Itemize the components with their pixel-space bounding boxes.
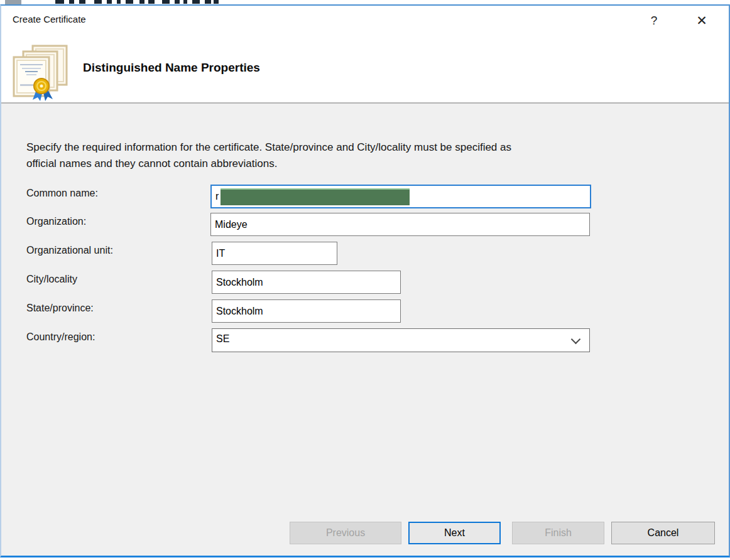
country-region-label: Country/region: — [26, 331, 95, 343]
organization-input[interactable] — [211, 213, 589, 235]
city-locality-input[interactable] — [212, 271, 400, 293]
common-name-label: Common name: — [26, 188, 98, 199]
background-window-sliver — [0, 0, 730, 4]
finish-button[interactable]: Finish — [512, 522, 604, 544]
certificates-stack-icon — [11, 45, 69, 104]
background-fragment — [205, 0, 211, 4]
next-button[interactable]: Next — [408, 522, 501, 544]
screen: Create Certificate ? ✕ — [0, 0, 730, 560]
background-fragment — [126, 0, 133, 4]
background-fragment — [175, 0, 180, 4]
background-fragment — [162, 0, 170, 4]
background-fragment — [139, 0, 144, 4]
organization-label: Organization: — [26, 216, 86, 227]
create-certificate-dialog: Create Certificate ? ✕ — [0, 4, 730, 557]
wizard-header: Distinguished Name Properties — [1, 37, 729, 104]
common-name-field[interactable] — [210, 185, 591, 208]
background-fragment — [192, 0, 200, 4]
state-province-input[interactable] — [212, 300, 400, 322]
close-button[interactable]: ✕ — [691, 11, 712, 30]
page-title: Distinguished Name Properties — [83, 61, 260, 75]
background-fragment — [148, 0, 155, 4]
help-button[interactable]: ? — [643, 11, 665, 30]
previous-button[interactable]: Previous — [290, 522, 401, 544]
city-locality-field[interactable] — [212, 271, 401, 294]
organizational-unit-input[interactable] — [212, 242, 337, 264]
organizational-unit-label: Organizational unit: — [26, 245, 113, 256]
background-fragment — [5, 0, 21, 4]
background-fragment — [117, 0, 121, 4]
title-bar: Create Certificate ? ✕ — [1, 6, 729, 37]
redaction-overlay — [221, 188, 410, 205]
background-fragment — [79, 0, 85, 4]
country-region-value: SE — [216, 333, 229, 345]
background-fragment — [107, 0, 112, 4]
background-fragment — [183, 0, 187, 4]
organization-field[interactable] — [210, 213, 590, 236]
chevron-down-icon[interactable] — [571, 335, 581, 345]
cancel-button[interactable]: Cancel — [611, 522, 715, 544]
state-province-label: State/province: — [26, 303, 94, 314]
background-fragment — [69, 0, 74, 4]
window-title: Create Certificate — [13, 14, 86, 24]
background-fragment — [214, 0, 219, 4]
intro-line-1: Specify the required information for the… — [26, 141, 511, 153]
intro-line-2: official names and they cannot contain a… — [26, 158, 277, 170]
country-region-combobox[interactable]: SE — [212, 328, 590, 352]
background-fragment — [94, 0, 102, 4]
state-province-field[interactable] — [212, 299, 401, 323]
intro-text: Specify the required information for the… — [26, 139, 642, 172]
city-locality-label: City/locality — [26, 274, 77, 285]
background-fragment — [55, 0, 64, 4]
organizational-unit-field[interactable] — [212, 242, 337, 265]
